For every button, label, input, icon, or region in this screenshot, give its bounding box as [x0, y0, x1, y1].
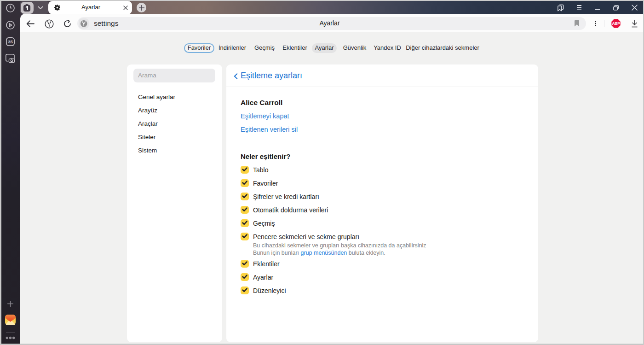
svg-text:ABP: ABP [612, 21, 620, 26]
svg-text:35: 35 [8, 39, 13, 44]
